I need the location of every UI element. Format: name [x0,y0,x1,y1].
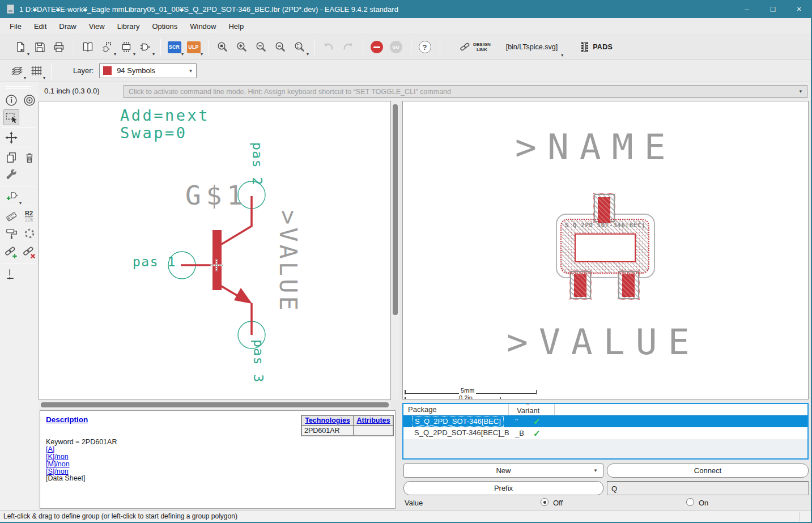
change-tool-button[interactable] [22,226,37,241]
help-icon: ? [419,41,431,53]
layer-toolbar: Layer: 94 Symbols [0,59,812,82]
move-icon [5,131,18,144]
copy-tool-button[interactable] [3,150,19,165]
run-ulp-button[interactable]: ULP [185,38,202,56]
package-cell[interactable]: S_Q_2PD_SOT-346[BEC]_B [412,428,512,437]
symbol-gate-icon [139,41,152,53]
prefix-value-field[interactable]: Q [607,481,809,495]
close-button[interactable]: × [786,0,812,18]
design-link-button[interactable]: DESIGNLINK [460,38,491,56]
symbol-editor-button[interactable] [137,38,154,56]
table-row-selected[interactable]: S_Q_2PD_SOT-346[BEC] '' ✓ [403,415,807,427]
new-button-label: New [496,466,511,475]
zoom-select-button[interactable] [291,38,308,56]
palette-grip[interactable] [6,88,31,89]
pads-button[interactable]: PADS [580,38,613,56]
symbol-horizontal-scrollbar[interactable] [39,401,391,409]
status-bar: Left-click & drag to define group (or le… [0,510,812,522]
delete-tool-button[interactable] [22,150,37,165]
scrollbar-thumb[interactable] [393,104,398,315]
paint-tool-button[interactable] [3,226,19,241]
value-tool-button[interactable]: R2 10k [20,210,37,223]
prefix-button[interactable]: Prefix [403,481,603,495]
ltspice-dropdown-button[interactable]: [bin/LTspice.svg] [506,38,563,56]
menu-view[interactable]: View [83,18,111,35]
pin3-label: pas 3 [251,339,266,383]
redo-button[interactable] [339,38,356,56]
menu-window[interactable]: Window [184,18,222,35]
package-editor-button[interactable] [117,38,135,56]
save-icon [33,41,46,53]
connect-button[interactable]: Connect [607,464,809,478]
symbol-vertical-scrollbar[interactable] [392,101,399,399]
scrollbar-thumb[interactable] [41,402,389,407]
palette-grip[interactable] [6,86,31,87]
package-cell[interactable]: S_Q_2PD_SOT-346[BEC] [412,416,504,427]
menu-help[interactable]: Help [222,18,250,35]
minimize-button[interactable]: – [734,0,760,18]
help-button[interactable]: ? [416,38,433,56]
zoom-in-button[interactable] [233,38,250,56]
value-off-radio[interactable] [541,498,549,506]
scale-tick [500,397,501,399]
zoom-fit-button[interactable] [214,38,231,56]
gate-name-text: G$1 [185,180,248,211]
scale-bar: 5mm 0.2in [405,388,541,399]
link-remove-icon [23,245,36,259]
menu-file[interactable]: File [3,18,28,35]
footprint-cavity [575,233,636,262]
pads-label: PADS [593,43,613,51]
menu-draw[interactable]: Draw [53,18,82,35]
description-link-m[interactable]: [M]/non [46,460,70,468]
name-tool-button[interactable] [3,209,19,224]
prefix-button-label: Prefix [494,484,513,492]
mark-tool-button[interactable] [3,266,19,282]
technology-value-cell[interactable]: 2PD601AR [301,426,354,436]
print-button[interactable] [50,38,67,56]
new-package-button[interactable]: New [403,464,603,478]
new-drawing-button[interactable] [11,38,29,56]
group-select-tool-button[interactable] [3,109,19,125]
go-button[interactable]: GO [387,38,405,56]
zoom-out-button[interactable] [252,38,270,56]
symbol-editor-canvas[interactable]: Add=nextSwap=0 G$1 pas 1 pas 2 pas 3 >VA… [39,101,391,400]
grid-button[interactable] [27,62,45,80]
command-line-input[interactable]: Click to activate command line mode. Hin… [124,85,807,98]
add-part-tool-button[interactable]: ▾ [3,188,19,204]
undo-button[interactable] [320,38,337,56]
technologies-header-link[interactable]: Technologies [305,416,350,424]
layer-settings-button[interactable] [8,62,25,80]
connect-remove-tool-button[interactable] [22,244,37,260]
scale-mm-label: 5mm [459,387,476,394]
zoom-in-icon [236,41,248,53]
package-preview-canvas[interactable]: >NAME >VALUE S_Q_2PD_SOT-346[BEC] 5mm 0.… [402,101,809,399]
zoom-redraw-button[interactable] [271,38,289,56]
variant-column-header[interactable]: Variant [517,406,539,415]
table-row[interactable]: S_Q_2PD_SOT-346[BEC]_B _B ✓ [403,427,807,439]
save-button[interactable] [31,38,48,56]
menu-edit[interactable]: Edit [28,18,53,35]
attributes-header-link[interactable]: Attributes [356,416,390,424]
description-link[interactable]: Description [46,415,88,424]
value-on-radio[interactable] [686,498,694,506]
move-tool-button[interactable] [3,130,19,146]
menu-options[interactable]: Options [146,18,184,35]
maximize-button[interactable]: □ [760,0,786,18]
info-tool-button[interactable] [3,92,19,108]
description-link-k[interactable]: [K]/non [46,453,69,461]
menu-library[interactable]: Library [111,18,146,35]
status-divider [800,512,800,521]
device-editor-button[interactable] [98,38,116,56]
connect-add-tool-button[interactable] [3,244,19,260]
wrench-icon [5,168,18,182]
show-tool-button[interactable] [22,92,37,108]
library-button[interactable] [79,38,96,56]
package-column-header[interactable]: Package [408,405,437,414]
stop-button[interactable] [368,38,385,56]
layer-dropd own[interactable]: 94 Symbols [99,63,197,78]
description-link-a[interactable]: [A] [46,445,54,453]
pinswap-tool-button[interactable] [3,167,19,183]
toolbar-separator [440,39,440,55]
run-script-button[interactable]: SCR [165,38,183,56]
status-message: Left-click & drag to define group (or le… [3,512,237,520]
